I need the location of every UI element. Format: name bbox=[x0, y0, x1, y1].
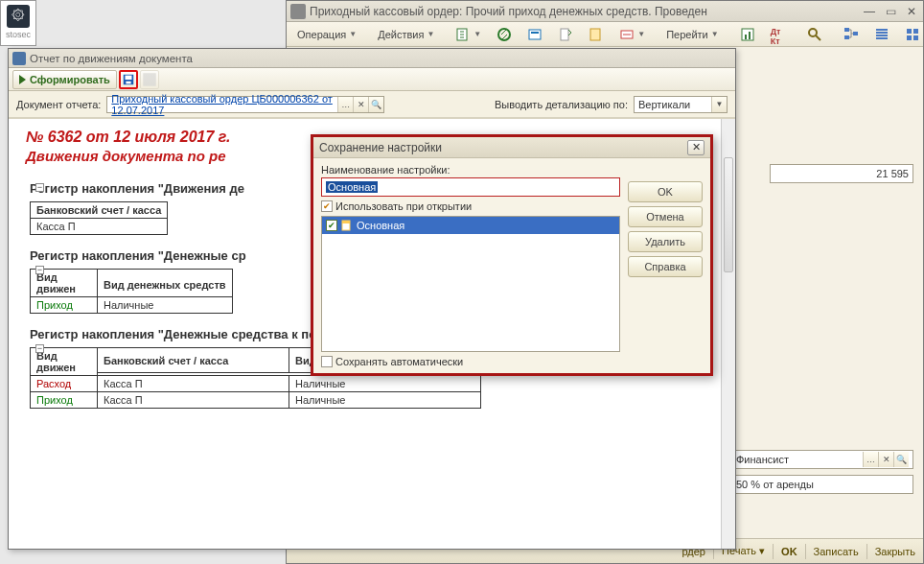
settings-list[interactable]: ✔ Основная bbox=[321, 216, 620, 352]
collapse-toggle-3[interactable]: − bbox=[35, 344, 44, 353]
svg-rect-13 bbox=[913, 29, 918, 34]
svg-rect-7 bbox=[742, 29, 753, 40]
disabled-tool-button bbox=[140, 70, 159, 89]
col-header: Банковский счет / касса bbox=[98, 348, 289, 373]
report-window-icon bbox=[12, 52, 26, 65]
toolbar-icon-3[interactable] bbox=[520, 25, 549, 44]
name-label: Наименование настройки: bbox=[321, 164, 620, 176]
toolbar-icon-5[interactable] bbox=[582, 25, 611, 44]
toolbar-icon-7[interactable] bbox=[733, 25, 762, 44]
report-params: Документ отчета: Приходный кассовый орде… bbox=[9, 91, 735, 118]
report-title: Отчет по движениям документа bbox=[30, 53, 193, 64]
svg-rect-14 bbox=[907, 35, 912, 40]
doc-label: Документ отчета: bbox=[16, 99, 101, 110]
dialog-title: Сохранение настройки bbox=[319, 141, 442, 154]
svg-rect-17 bbox=[125, 75, 131, 79]
detail-label: Выводить детализацию по: bbox=[495, 99, 628, 110]
toolbar-list-icon[interactable] bbox=[867, 25, 896, 44]
dialog-cancel-button[interactable]: Отмена bbox=[628, 206, 703, 227]
toolbar-icon-6[interactable]: ▼ bbox=[612, 25, 652, 44]
close-button[interactable]: ✕ bbox=[904, 5, 919, 18]
svg-rect-4 bbox=[561, 29, 568, 40]
table-row: Касса П bbox=[31, 219, 168, 235]
report-titlebar: Отчет по движениям документа bbox=[9, 49, 735, 68]
check-icon: ✔ bbox=[326, 220, 337, 231]
col-header: Банковский счет / касса bbox=[31, 202, 168, 219]
rent-field[interactable]: 50 % от аренды bbox=[731, 475, 913, 494]
toolbar-icon-4[interactable] bbox=[551, 25, 580, 44]
svg-point-1 bbox=[498, 29, 510, 40]
svg-rect-11 bbox=[853, 32, 858, 35]
picker-dots-2[interactable]: … bbox=[863, 452, 878, 467]
doc-window-icon bbox=[290, 4, 306, 19]
dialog-close-button[interactable]: ✕ bbox=[687, 140, 705, 155]
dialog-titlebar: Сохранение настройки ✕ bbox=[313, 137, 710, 158]
svg-rect-5 bbox=[590, 29, 600, 40]
document-toolbar: Операция▼ Действия▼ ▼ ▼ Перейти▼ ДтКт bbox=[287, 22, 923, 47]
picker-clear-icon[interactable]: ✕ bbox=[878, 452, 893, 467]
section-2-table: Вид движен Вид денежных средств ПриходНа… bbox=[30, 269, 233, 314]
app-logo bbox=[7, 5, 30, 28]
collapse-toggle-2[interactable]: − bbox=[35, 266, 44, 274]
minimize-button[interactable]: ― bbox=[862, 5, 877, 18]
save-settings-dialog: Сохранение настройки ✕ Наименование наст… bbox=[311, 134, 713, 376]
svg-point-8 bbox=[809, 29, 817, 36]
close-doc-button[interactable]: Закрыть bbox=[875, 546, 915, 557]
svg-rect-2 bbox=[529, 30, 541, 39]
document-icon bbox=[341, 220, 353, 231]
actions-menu[interactable]: Действия▼ bbox=[371, 25, 441, 44]
svg-rect-9 bbox=[844, 28, 849, 32]
save-settings-button[interactable] bbox=[119, 70, 138, 89]
svg-rect-21 bbox=[342, 221, 350, 223]
app-brand: stosec bbox=[1, 30, 35, 39]
write-button[interactable]: Записать bbox=[814, 546, 859, 557]
svg-rect-12 bbox=[907, 29, 912, 34]
use-on-open-checkbox[interactable]: ✔Использовать при открытии bbox=[321, 200, 620, 212]
report-toolbar: Сформировать bbox=[9, 68, 735, 91]
picker-search-icon-2[interactable]: 🔍 bbox=[893, 452, 909, 467]
doc-link-field[interactable]: Приходный кассовый ордер ЦБ000006362 от … bbox=[106, 96, 384, 113]
dialog-delete-button[interactable]: Удалить bbox=[628, 231, 703, 252]
amount-field[interactable]: 21 595 bbox=[770, 164, 913, 183]
detail-combo[interactable]: Вертикали ▼ bbox=[634, 96, 728, 113]
table-row: ПриходНаличные bbox=[31, 297, 233, 314]
doc-picker-clear-icon[interactable]: ✕ bbox=[353, 97, 368, 112]
toolbar-dt-icon[interactable]: ДтКт bbox=[764, 25, 793, 44]
doc-picker-dots[interactable]: … bbox=[337, 97, 353, 112]
financist-field[interactable]: Финансист … ✕ 🔍 bbox=[731, 450, 913, 469]
table-row: ПриходКасса ПНаличные bbox=[31, 392, 481, 409]
collapse-toggle-1[interactable]: − bbox=[35, 183, 44, 192]
doc-picker-search-icon[interactable]: 🔍 bbox=[368, 97, 383, 112]
toolbar-search-icon[interactable] bbox=[800, 25, 829, 44]
toolbar-grid-icon[interactable] bbox=[898, 25, 924, 44]
go-menu[interactable]: Перейти▼ bbox=[659, 25, 726, 44]
play-icon bbox=[19, 75, 26, 84]
svg-rect-3 bbox=[531, 32, 539, 34]
toolbar-tree-icon[interactable] bbox=[837, 25, 866, 44]
section-1-table: Банковский счет / касса Касса П bbox=[30, 201, 168, 235]
app-sliver: stosec bbox=[0, 0, 36, 46]
toolbar-icon-1[interactable]: ▼ bbox=[449, 25, 488, 44]
toolbar-icon-2[interactable] bbox=[490, 25, 519, 44]
form-button[interactable]: Сформировать bbox=[12, 70, 117, 89]
svg-rect-19 bbox=[143, 73, 156, 86]
dialog-ok-button[interactable]: OK bbox=[628, 181, 703, 202]
dialog-help-button[interactable]: Справка bbox=[628, 256, 703, 277]
col-header: Вид денежных средств bbox=[98, 273, 233, 297]
operation-menu[interactable]: Операция▼ bbox=[290, 25, 363, 44]
ok-button[interactable]: OK bbox=[781, 546, 797, 557]
report-scrollbar[interactable] bbox=[721, 119, 735, 549]
settings-name-input[interactable]: Основная bbox=[321, 177, 620, 197]
save-auto-checkbox[interactable]: Сохранять автоматически bbox=[321, 356, 620, 367]
svg-rect-15 bbox=[913, 35, 918, 40]
list-item[interactable]: ✔ Основная bbox=[322, 217, 619, 234]
document-titlebar: Приходный кассовый ордер: Прочий приход … bbox=[287, 1, 923, 22]
svg-rect-18 bbox=[126, 81, 130, 83]
table-row: РасходКасса ПНаличные bbox=[31, 376, 481, 392]
maximize-button[interactable]: ▭ bbox=[883, 5, 898, 18]
svg-rect-10 bbox=[844, 35, 849, 39]
document-title: Приходный кассовый ордер: Прочий приход … bbox=[310, 5, 707, 18]
